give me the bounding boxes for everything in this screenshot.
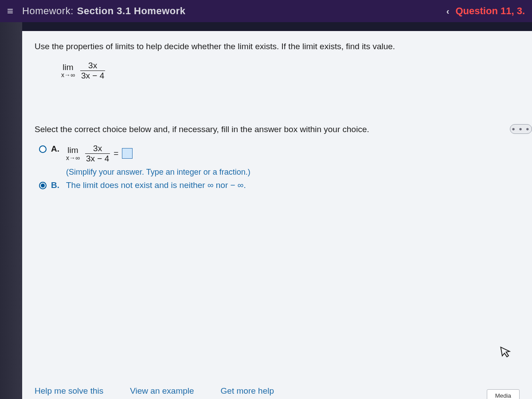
choice-a-label: A. [51, 144, 61, 154]
choice-b-radio[interactable] [39, 182, 47, 189]
fraction-denominator: 3x − 4 [80, 71, 105, 80]
get-more-help-link[interactable]: Get more help [221, 386, 274, 396]
media-button[interactable]: Media [487, 389, 520, 399]
footer-links: Help me solve this View an example Get m… [35, 383, 520, 399]
choice-a-lim-word: lim [67, 146, 78, 155]
choice-a-denominator: 3x − 4 [85, 154, 110, 163]
view-example-link[interactable]: View an example [130, 386, 194, 396]
menu-icon[interactable]: ≡ [7, 5, 13, 17]
top-bar: ≡ Homework: Section 3.1 Homework ‹ Quest… [0, 0, 532, 22]
homework-label: Homework: [22, 5, 74, 17]
cursor-icon [500, 344, 513, 362]
choice-a-numerator: 3x [92, 144, 103, 153]
choice-a-answer-input[interactable] [122, 148, 133, 159]
left-gutter [0, 22, 22, 399]
choice-a-radio[interactable] [39, 145, 47, 153]
choice-a-hint: (Simplify your answer. Type an integer o… [66, 168, 250, 177]
question-number-label: Question 11, 3. [456, 5, 525, 17]
homework-title: Section 3.1 Homework [77, 5, 186, 17]
help-me-solve-link[interactable]: Help me solve this [35, 386, 103, 396]
question-panel: Use the properties of limits to help dec… [22, 31, 532, 399]
lim-word: lim [63, 63, 73, 72]
fraction-numerator: 3x [87, 61, 98, 70]
problem-instruction: Use the properties of limits to help dec… [35, 42, 520, 51]
choice-a: A. lim x→∞ 3x 3x − 4 = (Simplify your an… [39, 144, 520, 177]
select-instruction: Select the correct choice below and, if … [35, 125, 520, 134]
limit-expression: lim x→∞ 3x 3x − 4 [61, 61, 105, 80]
more-options-button[interactable]: • • • [510, 124, 532, 134]
choice-b-text: The limit does not exist and is neither … [66, 180, 246, 190]
choice-b: B. The limit does not exist and is neith… [39, 180, 520, 190]
chevron-left-icon[interactable]: ‹ [446, 6, 450, 16]
choice-b-label: B. [51, 180, 61, 190]
equals-sign: = [113, 149, 118, 158]
choices-group: A. lim x→∞ 3x 3x − 4 = (Simplify your an… [39, 144, 520, 190]
choice-a-lim-sub: x→∞ [66, 155, 80, 161]
fraction: 3x 3x − 4 [80, 61, 105, 80]
lim-subscript: x→∞ [61, 72, 75, 78]
